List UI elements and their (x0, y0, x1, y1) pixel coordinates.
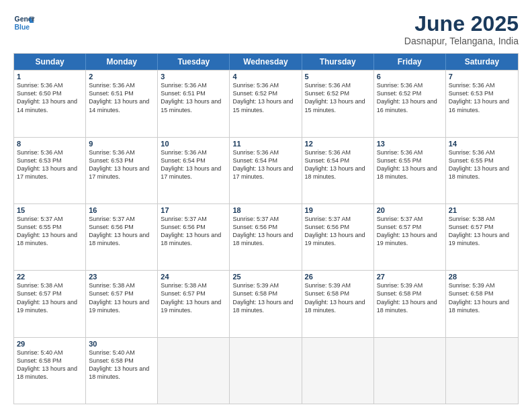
header-monday: Monday (86, 54, 158, 70)
header: General Blue June 2025 Dasnapur, Telanga… (13, 12, 519, 46)
header-tuesday: Tuesday (158, 54, 230, 70)
calendar-cell: 11Sunrise: 5:36 AMSunset: 6:54 PMDayligh… (230, 138, 302, 203)
calendar-header: Sunday Monday Tuesday Wednesday Thursday… (14, 54, 518, 70)
calendar-cell: 29Sunrise: 5:40 AMSunset: 6:58 PMDayligh… (14, 338, 86, 404)
calendar-cell: 26Sunrise: 5:39 AMSunset: 6:58 PMDayligh… (302, 271, 374, 336)
calendar-cell: 13Sunrise: 5:36 AMSunset: 6:55 PMDayligh… (374, 138, 446, 203)
calendar-cell (302, 338, 374, 404)
calendar-cell: 14Sunrise: 5:36 AMSunset: 6:55 PMDayligh… (446, 138, 518, 203)
title-section: June 2025 Dasnapur, Telangana, India (404, 12, 519, 46)
month-title: June 2025 (404, 12, 519, 36)
calendar-cell: 9Sunrise: 5:36 AMSunset: 6:53 PMDaylight… (86, 138, 158, 203)
calendar-cell: 28Sunrise: 5:39 AMSunset: 6:58 PMDayligh… (446, 271, 518, 336)
calendar-cell: 18Sunrise: 5:37 AMSunset: 6:56 PMDayligh… (230, 204, 302, 270)
calendar-cell: 23Sunrise: 5:38 AMSunset: 6:57 PMDayligh… (86, 271, 158, 336)
calendar: Sunday Monday Tuesday Wednesday Thursday… (13, 53, 519, 404)
calendar-cell (374, 338, 446, 404)
calendar-cell: 16Sunrise: 5:37 AMSunset: 6:56 PMDayligh… (86, 204, 158, 270)
svg-text:Blue: Blue (15, 24, 30, 31)
calendar-cell: 25Sunrise: 5:39 AMSunset: 6:58 PMDayligh… (230, 271, 302, 336)
logo: General Blue (13, 12, 35, 34)
location: Dasnapur, Telangana, India (404, 36, 519, 46)
calendar-cell: 20Sunrise: 5:37 AMSunset: 6:57 PMDayligh… (374, 204, 446, 270)
calendar-row: 22Sunrise: 5:38 AMSunset: 6:57 PMDayligh… (14, 270, 518, 336)
calendar-cell: 8Sunrise: 5:36 AMSunset: 6:53 PMDaylight… (14, 138, 86, 203)
calendar-cell: 4Sunrise: 5:36 AMSunset: 6:52 PMDaylight… (230, 71, 302, 136)
header-friday: Friday (374, 54, 446, 70)
header-saturday: Saturday (446, 54, 518, 70)
calendar-cell: 15Sunrise: 5:37 AMSunset: 6:55 PMDayligh… (14, 204, 86, 270)
header-sunday: Sunday (14, 54, 86, 70)
header-thursday: Thursday (302, 54, 374, 70)
page: General Blue June 2025 Dasnapur, Telanga… (0, 0, 532, 411)
calendar-cell: 12Sunrise: 5:36 AMSunset: 6:54 PMDayligh… (302, 138, 374, 203)
calendar-cell: 1Sunrise: 5:36 AMSunset: 6:50 PMDaylight… (14, 71, 86, 136)
calendar-cell: 27Sunrise: 5:39 AMSunset: 6:58 PMDayligh… (374, 271, 446, 336)
calendar-cell (230, 338, 302, 404)
calendar-cell: 17Sunrise: 5:37 AMSunset: 6:56 PMDayligh… (158, 204, 230, 270)
calendar-row: 15Sunrise: 5:37 AMSunset: 6:55 PMDayligh… (14, 203, 518, 270)
calendar-cell: 21Sunrise: 5:38 AMSunset: 6:57 PMDayligh… (446, 204, 518, 270)
calendar-cell (446, 338, 518, 404)
calendar-cell: 7Sunrise: 5:36 AMSunset: 6:53 PMDaylight… (446, 71, 518, 136)
calendar-cell: 19Sunrise: 5:37 AMSunset: 6:56 PMDayligh… (302, 204, 374, 270)
calendar-cell (158, 338, 230, 404)
logo-icon: General Blue (13, 12, 35, 34)
calendar-cell: 10Sunrise: 5:36 AMSunset: 6:54 PMDayligh… (158, 138, 230, 203)
calendar-cell: 22Sunrise: 5:38 AMSunset: 6:57 PMDayligh… (14, 271, 86, 336)
calendar-cell: 2Sunrise: 5:36 AMSunset: 6:51 PMDaylight… (86, 71, 158, 136)
calendar-cell: 6Sunrise: 5:36 AMSunset: 6:52 PMDaylight… (374, 71, 446, 136)
calendar-row: 8Sunrise: 5:36 AMSunset: 6:53 PMDaylight… (14, 137, 518, 203)
calendar-cell: 5Sunrise: 5:36 AMSunset: 6:52 PMDaylight… (302, 71, 374, 136)
calendar-row: 1Sunrise: 5:36 AMSunset: 6:50 PMDaylight… (14, 70, 518, 136)
calendar-row: 29Sunrise: 5:40 AMSunset: 6:58 PMDayligh… (14, 337, 518, 404)
calendar-cell: 3Sunrise: 5:36 AMSunset: 6:51 PMDaylight… (158, 71, 230, 136)
header-wednesday: Wednesday (230, 54, 302, 70)
calendar-cell: 30Sunrise: 5:40 AMSunset: 6:58 PMDayligh… (86, 338, 158, 404)
calendar-body: 1Sunrise: 5:36 AMSunset: 6:50 PMDaylight… (14, 70, 518, 404)
calendar-cell: 24Sunrise: 5:38 AMSunset: 6:57 PMDayligh… (158, 271, 230, 336)
